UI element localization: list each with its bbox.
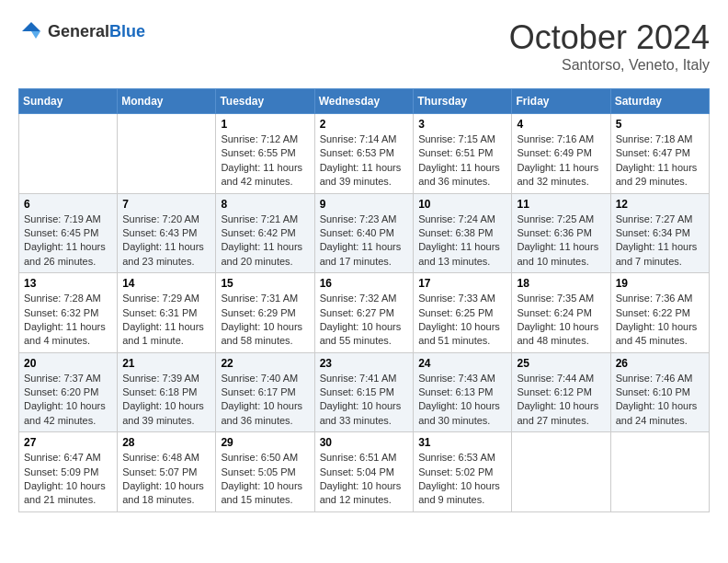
day-number: 1 [221, 118, 309, 131]
day-number: 19 [616, 277, 704, 290]
calendar-cell: 19Sunrise: 7:36 AMSunset: 6:22 PMDayligh… [610, 273, 709, 353]
calendar-cell: 31Sunrise: 6:53 AMSunset: 5:02 PMDayligh… [414, 432, 512, 512]
calendar-table: SundayMondayTuesdayWednesdayThursdayFrid… [18, 88, 710, 512]
day-number: 3 [418, 118, 506, 131]
calendar-cell: 13Sunrise: 7:28 AMSunset: 6:32 PMDayligh… [19, 273, 118, 353]
calendar-cell: 15Sunrise: 7:31 AMSunset: 6:29 PMDayligh… [216, 273, 314, 353]
calendar-cell: 20Sunrise: 7:37 AMSunset: 6:20 PMDayligh… [19, 352, 118, 432]
weekday-header: Tuesday [216, 89, 314, 114]
day-number: 12 [616, 198, 704, 211]
calendar-cell: 23Sunrise: 7:41 AMSunset: 6:15 PMDayligh… [314, 352, 414, 432]
day-info: Sunrise: 6:53 AMSunset: 5:02 PMDaylight:… [418, 451, 506, 508]
day-info: Sunrise: 7:16 AMSunset: 6:49 PMDaylight:… [517, 132, 605, 190]
calendar-cell: 12Sunrise: 7:27 AMSunset: 6:34 PMDayligh… [610, 193, 709, 273]
logo: GeneralBlue [18, 18, 145, 44]
day-info: Sunrise: 7:12 AMSunset: 6:55 PMDaylight:… [221, 132, 309, 190]
calendar-cell [610, 432, 709, 512]
day-info: Sunrise: 7:35 AMSunset: 6:24 PMDaylight:… [517, 292, 605, 349]
calendar-cell: 27Sunrise: 6:47 AMSunset: 5:09 PMDayligh… [19, 432, 118, 512]
weekday-header: Wednesday [314, 89, 414, 114]
calendar-cell: 25Sunrise: 7:44 AMSunset: 6:12 PMDayligh… [512, 352, 610, 432]
calendar-cell: 21Sunrise: 7:39 AMSunset: 6:18 PMDayligh… [118, 352, 216, 432]
day-info: Sunrise: 7:43 AMSunset: 6:13 PMDaylight:… [418, 372, 506, 429]
day-info: Sunrise: 7:18 AMSunset: 6:47 PMDaylight:… [616, 132, 704, 190]
month-title: October 2024 [509, 18, 710, 57]
day-number: 27 [24, 436, 112, 449]
day-number: 2 [320, 118, 409, 131]
day-number: 4 [517, 118, 605, 131]
day-info: Sunrise: 7:15 AMSunset: 6:51 PMDaylight:… [418, 132, 506, 190]
day-number: 6 [24, 198, 112, 211]
day-number: 30 [320, 436, 409, 449]
logo-blue: Blue [109, 22, 145, 40]
day-info: Sunrise: 7:33 AMSunset: 6:25 PMDaylight:… [418, 292, 506, 349]
svg-marker-0 [22, 22, 40, 31]
calendar-cell: 11Sunrise: 7:25 AMSunset: 6:36 PMDayligh… [512, 193, 610, 273]
day-info: Sunrise: 7:14 AMSunset: 6:53 PMDaylight:… [320, 132, 409, 190]
day-info: Sunrise: 7:27 AMSunset: 6:34 PMDaylight:… [616, 213, 704, 270]
day-info: Sunrise: 7:39 AMSunset: 6:18 PMDaylight:… [122, 372, 210, 429]
day-number: 31 [418, 436, 506, 449]
calendar-cell: 29Sunrise: 6:50 AMSunset: 5:05 PMDayligh… [216, 432, 314, 512]
calendar-cell: 18Sunrise: 7:35 AMSunset: 6:24 PMDayligh… [512, 273, 610, 353]
calendar-cell: 5Sunrise: 7:18 AMSunset: 6:47 PMDaylight… [610, 114, 709, 194]
calendar-week-row: 20Sunrise: 7:37 AMSunset: 6:20 PMDayligh… [19, 352, 710, 432]
day-info: Sunrise: 7:24 AMSunset: 6:38 PMDaylight:… [418, 213, 506, 270]
day-number: 10 [418, 198, 506, 211]
weekday-header: Monday [118, 89, 216, 114]
calendar-cell: 6Sunrise: 7:19 AMSunset: 6:45 PMDaylight… [19, 193, 118, 273]
day-info: Sunrise: 6:47 AMSunset: 5:09 PMDaylight:… [24, 451, 112, 508]
calendar-cell: 16Sunrise: 7:32 AMSunset: 6:27 PMDayligh… [314, 273, 414, 353]
calendar-cell: 1Sunrise: 7:12 AMSunset: 6:55 PMDaylight… [216, 114, 314, 194]
logo-icon [18, 18, 44, 44]
calendar-week-row: 6Sunrise: 7:19 AMSunset: 6:45 PMDaylight… [19, 193, 710, 273]
calendar-cell: 17Sunrise: 7:33 AMSunset: 6:25 PMDayligh… [414, 273, 512, 353]
day-info: Sunrise: 7:40 AMSunset: 6:17 PMDaylight:… [221, 372, 309, 429]
day-number: 26 [616, 357, 704, 370]
day-info: Sunrise: 7:19 AMSunset: 6:45 PMDaylight:… [24, 213, 112, 270]
calendar-cell: 8Sunrise: 7:21 AMSunset: 6:42 PMDaylight… [216, 193, 314, 273]
logo-text: GeneralBlue [48, 22, 145, 41]
weekday-header: Sunday [19, 89, 118, 114]
day-info: Sunrise: 7:28 AMSunset: 6:32 PMDaylight:… [24, 292, 112, 349]
day-number: 18 [517, 277, 605, 290]
calendar-cell: 9Sunrise: 7:23 AMSunset: 6:40 PMDaylight… [314, 193, 414, 273]
calendar-cell: 28Sunrise: 6:48 AMSunset: 5:07 PMDayligh… [118, 432, 216, 512]
day-number: 15 [221, 277, 309, 290]
calendar-cell: 26Sunrise: 7:46 AMSunset: 6:10 PMDayligh… [610, 352, 709, 432]
calendar-cell: 30Sunrise: 6:51 AMSunset: 5:04 PMDayligh… [314, 432, 414, 512]
day-number: 23 [320, 357, 409, 370]
day-number: 7 [122, 198, 210, 211]
calendar-cell: 22Sunrise: 7:40 AMSunset: 6:17 PMDayligh… [216, 352, 314, 432]
calendar-cell: 24Sunrise: 7:43 AMSunset: 6:13 PMDayligh… [414, 352, 512, 432]
day-number: 16 [320, 277, 409, 290]
day-number: 24 [418, 357, 506, 370]
calendar-cell [512, 432, 610, 512]
calendar-cell [118, 114, 216, 194]
calendar-week-row: 13Sunrise: 7:28 AMSunset: 6:32 PMDayligh… [19, 273, 710, 353]
calendar-cell: 4Sunrise: 7:16 AMSunset: 6:49 PMDaylight… [512, 114, 610, 194]
calendar-cell: 2Sunrise: 7:14 AMSunset: 6:53 PMDaylight… [314, 114, 414, 194]
calendar-cell: 14Sunrise: 7:29 AMSunset: 6:31 PMDayligh… [118, 273, 216, 353]
page-header: GeneralBlue October 2024 Santorso, Venet… [18, 18, 710, 74]
logo-general: General [48, 22, 109, 40]
day-info: Sunrise: 7:25 AMSunset: 6:36 PMDaylight:… [517, 213, 605, 270]
day-number: 9 [320, 198, 409, 211]
day-number: 14 [122, 277, 210, 290]
day-number: 25 [517, 357, 605, 370]
weekday-header-row: SundayMondayTuesdayWednesdayThursdayFrid… [19, 89, 710, 114]
day-info: Sunrise: 7:20 AMSunset: 6:43 PMDaylight:… [122, 213, 210, 270]
calendar-cell: 3Sunrise: 7:15 AMSunset: 6:51 PMDaylight… [414, 114, 512, 194]
day-number: 11 [517, 198, 605, 211]
weekday-header: Thursday [414, 89, 512, 114]
calendar-cell [19, 114, 118, 194]
day-number: 5 [616, 118, 704, 131]
day-info: Sunrise: 7:31 AMSunset: 6:29 PMDaylight:… [221, 292, 309, 349]
day-info: Sunrise: 7:41 AMSunset: 6:15 PMDaylight:… [320, 372, 409, 429]
svg-marker-1 [31, 31, 40, 39]
day-info: Sunrise: 7:44 AMSunset: 6:12 PMDaylight:… [517, 372, 605, 429]
day-info: Sunrise: 6:50 AMSunset: 5:05 PMDaylight:… [221, 451, 309, 508]
day-number: 28 [122, 436, 210, 449]
day-number: 29 [221, 436, 309, 449]
day-info: Sunrise: 6:48 AMSunset: 5:07 PMDaylight:… [122, 451, 210, 508]
